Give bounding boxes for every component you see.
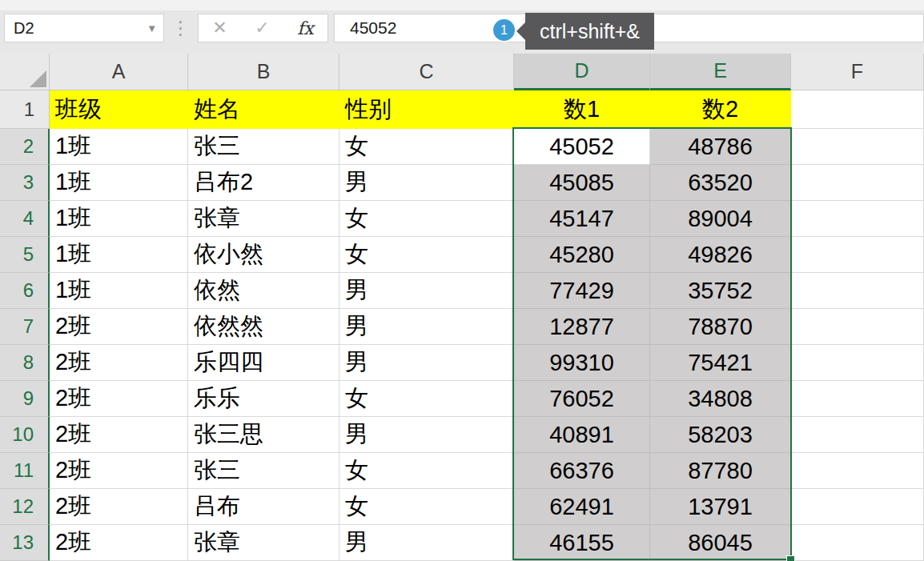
cell-a5[interactable]: 1班 bbox=[50, 237, 188, 273]
cell-f6[interactable] bbox=[791, 273, 924, 309]
cell-c9[interactable]: 女 bbox=[339, 381, 514, 417]
row-header-12[interactable]: 12 bbox=[0, 489, 50, 525]
cell-c10[interactable]: 男 bbox=[339, 417, 514, 453]
enter-icon[interactable]: ✓ bbox=[255, 18, 269, 38]
col-header-c[interactable]: C bbox=[339, 54, 514, 90]
cell-b10[interactable]: 张三思 bbox=[188, 417, 339, 453]
cell-b8[interactable]: 乐四四 bbox=[188, 345, 339, 381]
cell-d5[interactable]: 45280 bbox=[514, 237, 650, 273]
cell-f12[interactable] bbox=[791, 489, 924, 525]
cell-e5[interactable]: 49826 bbox=[650, 237, 791, 273]
cell-b6[interactable]: 依然 bbox=[188, 273, 339, 309]
cell-d13[interactable]: 46155 bbox=[514, 525, 650, 561]
cell-c3[interactable]: 男 bbox=[339, 165, 514, 201]
cell-e11[interactable]: 87780 bbox=[650, 453, 791, 489]
select-all-corner[interactable] bbox=[0, 54, 50, 90]
cell-d2-active[interactable]: 45052 bbox=[514, 129, 650, 165]
cell-b2[interactable]: 张三 bbox=[188, 129, 339, 165]
cell-f7[interactable] bbox=[791, 309, 924, 345]
cell-a2[interactable]: 1班 bbox=[50, 129, 188, 165]
cell-d3[interactable]: 45085 bbox=[514, 165, 650, 201]
cell-c2[interactable]: 女 bbox=[339, 129, 514, 165]
row-header-5[interactable]: 5 bbox=[0, 237, 50, 273]
cell-b7[interactable]: 依然然 bbox=[188, 309, 339, 345]
col-header-f[interactable]: F bbox=[791, 54, 924, 90]
row-header-10[interactable]: 10 bbox=[0, 417, 50, 453]
cell-e12[interactable]: 13791 bbox=[650, 489, 791, 525]
cell-c5[interactable]: 女 bbox=[339, 237, 514, 273]
cell-e13[interactable]: 86045 bbox=[650, 525, 791, 561]
row-header-3[interactable]: 3 bbox=[0, 165, 50, 201]
cell-a8[interactable]: 2班 bbox=[50, 345, 188, 381]
cell-b3[interactable]: 吕布2 bbox=[188, 165, 339, 201]
cell-a12[interactable]: 2班 bbox=[50, 489, 188, 525]
col-header-e[interactable]: E bbox=[650, 54, 791, 90]
cell-e6[interactable]: 35752 bbox=[650, 273, 791, 309]
cell-d7[interactable]: 12877 bbox=[514, 309, 650, 345]
row-header-11[interactable]: 11 bbox=[0, 453, 50, 489]
cell-f4[interactable] bbox=[791, 201, 924, 237]
row-header-1[interactable]: 1 bbox=[0, 90, 50, 129]
row-header-2[interactable]: 2 bbox=[0, 129, 50, 165]
cell-a3[interactable]: 1班 bbox=[50, 165, 188, 201]
row-header-13[interactable]: 13 bbox=[0, 525, 50, 561]
cell-b11[interactable]: 张三 bbox=[188, 453, 339, 489]
cell-d10[interactable]: 40891 bbox=[514, 417, 650, 453]
cell-d1[interactable]: 数1 bbox=[514, 90, 650, 129]
fill-handle[interactable] bbox=[786, 555, 795, 561]
cell-a10[interactable]: 2班 bbox=[50, 417, 188, 453]
cell-a1[interactable]: 班级 bbox=[50, 90, 188, 129]
cell-a4[interactable]: 1班 bbox=[50, 201, 188, 237]
insert-function-icon[interactable]: fx bbox=[297, 18, 314, 38]
cell-f10[interactable] bbox=[791, 417, 924, 453]
col-header-b[interactable]: B bbox=[188, 54, 339, 90]
chevron-down-icon[interactable]: ▼ bbox=[147, 22, 157, 34]
cell-b12[interactable]: 吕布 bbox=[188, 489, 339, 525]
cell-d11[interactable]: 66376 bbox=[514, 453, 650, 489]
cell-a13[interactable]: 2班 bbox=[50, 525, 188, 561]
cell-c6[interactable]: 男 bbox=[339, 273, 514, 309]
name-box[interactable]: D2 ▼ bbox=[4, 14, 164, 42]
cell-f8[interactable] bbox=[791, 345, 924, 381]
cell-e10[interactable]: 58203 bbox=[650, 417, 791, 453]
cell-c12[interactable]: 女 bbox=[339, 489, 514, 525]
cell-f9[interactable] bbox=[791, 381, 924, 417]
cell-d12[interactable]: 62491 bbox=[514, 489, 650, 525]
row-header-6[interactable]: 6 bbox=[0, 273, 50, 309]
cell-f13[interactable] bbox=[791, 525, 924, 561]
cell-f5[interactable] bbox=[791, 237, 924, 273]
row-header-4[interactable]: 4 bbox=[0, 201, 50, 237]
cell-e7[interactable]: 78870 bbox=[650, 309, 791, 345]
cell-d4[interactable]: 45147 bbox=[514, 201, 650, 237]
cell-f11[interactable] bbox=[791, 453, 924, 489]
cell-b4[interactable]: 张章 bbox=[188, 201, 339, 237]
cell-c13[interactable]: 男 bbox=[339, 525, 514, 561]
cell-e8[interactable]: 75421 bbox=[650, 345, 791, 381]
cell-b9[interactable]: 乐乐 bbox=[188, 381, 339, 417]
cell-f1[interactable] bbox=[791, 90, 924, 129]
cell-d8[interactable]: 99310 bbox=[514, 345, 650, 381]
cell-a6[interactable]: 1班 bbox=[50, 273, 188, 309]
cell-e4[interactable]: 89004 bbox=[650, 201, 791, 237]
cell-c1[interactable]: 性别 bbox=[339, 90, 514, 129]
cell-a11[interactable]: 2班 bbox=[50, 453, 188, 489]
cell-f2[interactable] bbox=[791, 129, 924, 165]
cell-b13[interactable]: 张章 bbox=[188, 525, 339, 561]
cell-a9[interactable]: 2班 bbox=[50, 381, 188, 417]
cell-b1[interactable]: 姓名 bbox=[188, 90, 339, 129]
cell-e9[interactable]: 34808 bbox=[650, 381, 791, 417]
row-header-7[interactable]: 7 bbox=[0, 309, 50, 345]
cancel-icon[interactable]: ✕ bbox=[212, 18, 227, 38]
cell-e3[interactable]: 63520 bbox=[650, 165, 791, 201]
cell-a7[interactable]: 2班 bbox=[50, 309, 188, 345]
cell-c7[interactable]: 男 bbox=[339, 309, 514, 345]
col-header-a[interactable]: A bbox=[50, 54, 188, 90]
cell-c11[interactable]: 女 bbox=[339, 453, 514, 489]
cell-e1[interactable]: 数2 bbox=[650, 90, 791, 129]
row-header-8[interactable]: 8 bbox=[0, 345, 50, 381]
cell-e2[interactable]: 48786 bbox=[650, 129, 791, 165]
cell-d9[interactable]: 76052 bbox=[514, 381, 650, 417]
col-header-d[interactable]: D bbox=[514, 54, 650, 90]
cell-f3[interactable] bbox=[791, 165, 924, 201]
cell-d6[interactable]: 77429 bbox=[514, 273, 650, 309]
